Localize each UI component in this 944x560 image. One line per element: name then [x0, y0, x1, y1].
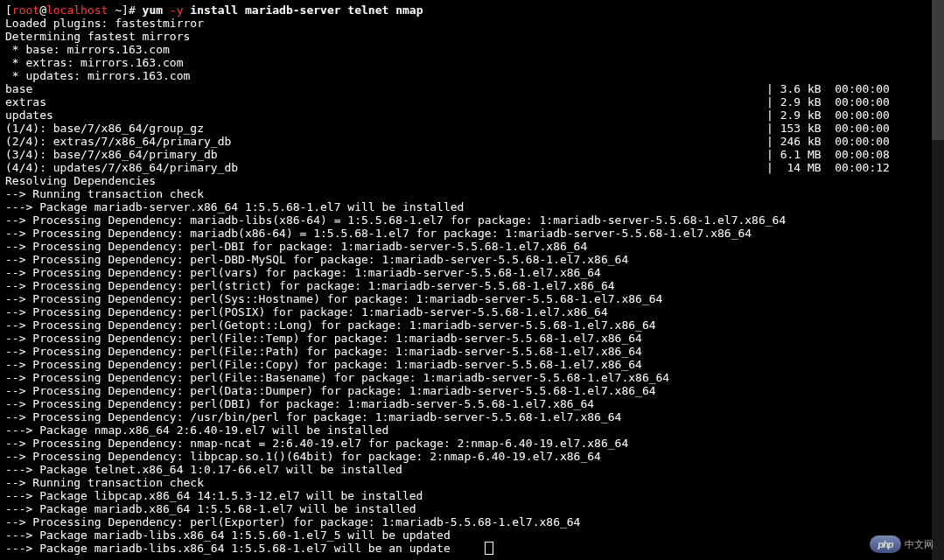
- output-line: --> Processing Dependency: perl(POSIX) f…: [5, 305, 920, 318]
- scrollbar-thumb[interactable]: [932, 0, 944, 140]
- output-line: --> Processing Dependency: perl(Exporter…: [5, 515, 920, 528]
- output-line: --> Processing Dependency: perl(strict) …: [5, 279, 920, 292]
- repo-row: base| 3.6 kB 00:00:00: [5, 82, 920, 95]
- output-line: --> Processing Dependency: perl-DBD-MySQ…: [5, 253, 920, 266]
- output-line: ---> Package telnet.x86_64 1:0.17-66.el7…: [5, 463, 920, 476]
- repo-name: base: [5, 82, 766, 95]
- repo-row: (4/4): updates/7/x86_64/primary_db| 14 M…: [5, 161, 920, 174]
- repo-name: (2/4): extras/7/x86_64/primary_db: [5, 135, 766, 148]
- repo-size-time: | 246 kB 00:00:00: [766, 135, 890, 148]
- output-line: --> Processing Dependency: libpcap.so.1(…: [5, 450, 920, 463]
- repo-name: (3/4): base/7/x86_64/primary_db: [5, 148, 766, 161]
- prompt-host: localhost: [46, 4, 108, 17]
- repo-name: (4/4): updates/7/x86_64/primary_db: [5, 161, 766, 174]
- repo-name: extras: [5, 95, 766, 108]
- repo-size-time: | 6.1 MB 00:00:08: [766, 148, 890, 161]
- watermark-text: 中文网: [905, 538, 934, 551]
- prompt-tilde: ~: [108, 4, 122, 17]
- output-line: --> Processing Dependency: nmap-ncat = 2…: [5, 437, 920, 450]
- output-line: ---> Package libpcap.x86_64 14:1.5.3-12.…: [5, 489, 920, 502]
- prompt-lbracket: [: [5, 4, 12, 17]
- prompt-line: [root@localhost ~]# yum -y install maria…: [5, 4, 920, 17]
- output-line: ---> Package mariadb-libs.x86_64 1:5.5.6…: [5, 542, 920, 555]
- output-line: --> Processing Dependency: perl(Getopt::…: [5, 318, 920, 332]
- output-line: --> Processing Dependency: mariadb(x86-6…: [5, 227, 920, 240]
- cmd-flag: -y: [163, 4, 190, 17]
- repo-size-time: | 3.6 kB 00:00:00: [766, 82, 890, 95]
- output-line: --> Processing Dependency: perl(vars) fo…: [5, 266, 920, 279]
- watermark-logo-icon: php: [870, 536, 901, 553]
- output-line: --> Processing Dependency: perl(File::Pa…: [5, 345, 920, 358]
- cursor-icon: [485, 542, 493, 555]
- output-line: --> Processing Dependency: perl(File::Ba…: [5, 371, 920, 384]
- output-line: --> Processing Dependency: mariadb-libs(…: [5, 214, 920, 227]
- output-line: Resolving Dependencies: [5, 174, 920, 187]
- prompt-user: root: [12, 4, 39, 17]
- prompt-rbracket: ]#: [122, 4, 142, 17]
- repo-row: (3/4): base/7/x86_64/primary_db| 6.1 MB …: [5, 148, 920, 161]
- output-line: Loaded plugins: fastestmirror: [5, 17, 920, 30]
- output-line: --> Processing Dependency: /usr/bin/perl…: [5, 410, 920, 424]
- repo-row: extras| 2.9 kB 00:00:00: [5, 95, 920, 108]
- output-line: --> Processing Dependency: perl(File::Co…: [5, 358, 920, 371]
- output-line: ---> Package mariadb-server.x86_64 1:5.5…: [5, 200, 920, 214]
- repo-size-time: | 153 kB 00:00:00: [766, 122, 890, 135]
- repo-size-time: | 2.9 kB 00:00:00: [766, 95, 890, 108]
- output-line: ---> Package nmap.x86_64 2:6.40-19.el7 w…: [5, 424, 920, 437]
- repo-row: (1/4): base/7/x86_64/group_gz| 153 kB 00…: [5, 122, 920, 135]
- repo-name: (1/4): base/7/x86_64/group_gz: [5, 122, 766, 135]
- output-line: --> Processing Dependency: perl(File::Te…: [5, 332, 920, 345]
- output-line: --> Running transaction check: [5, 187, 920, 200]
- output-line: ---> Package mariadb-libs.x86_64 1:5.5.6…: [5, 528, 920, 542]
- output-line: --> Processing Dependency: perl(DBI) for…: [5, 397, 920, 410]
- repo-size-time: | 2.9 kB 00:00:00: [766, 108, 890, 122]
- output-line: --> Processing Dependency: perl(Data::Du…: [5, 384, 920, 397]
- output-line: ---> Package mariadb.x86_64 1:5.5.68-1.e…: [5, 502, 920, 515]
- output-line: * updates: mirrors.163.com: [5, 69, 920, 82]
- repo-row: (2/4): extras/7/x86_64/primary_db| 246 k…: [5, 135, 920, 148]
- output-line: --> Processing Dependency: perl-DBI for …: [5, 240, 920, 253]
- repo-name: updates: [5, 108, 766, 122]
- output-line: * base: mirrors.163.com: [5, 43, 920, 56]
- repo-row: updates| 2.9 kB 00:00:00: [5, 108, 920, 122]
- output-line: --> Processing Dependency: perl(Sys::Hos…: [5, 292, 920, 305]
- repo-size-time: | 14 MB 00:00:12: [766, 161, 890, 174]
- watermark: php 中文网: [870, 536, 934, 553]
- terminal-output[interactable]: [root@localhost ~]# yum -y install maria…: [0, 0, 925, 558]
- scrollbar-track[interactable]: [932, 0, 944, 560]
- cmd-bin: yum: [143, 4, 163, 17]
- output-line: * extras: mirrors.163.com: [5, 56, 920, 69]
- output-line: Determining fastest mirrors: [5, 30, 920, 43]
- cmd-args: install mariadb-server telnet nmap: [190, 4, 423, 17]
- output-line: --> Running transaction check: [5, 476, 920, 489]
- prompt-at: @: [39, 4, 46, 17]
